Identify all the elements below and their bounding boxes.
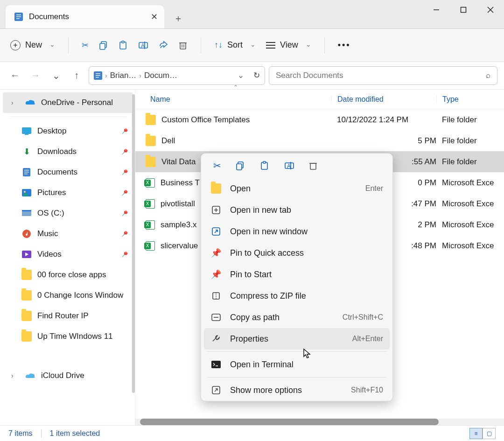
search-icon[interactable]: ⌕	[486, 71, 490, 80]
sidebar-item-folder[interactable]: Up Time WIndows 11	[13, 326, 133, 347]
rename-icon[interactable]: A	[284, 161, 295, 170]
recent-button[interactable]: ⌄	[48, 67, 64, 84]
close-tab-icon[interactable]: ✕	[151, 12, 158, 22]
file-type: File folder	[442, 157, 477, 166]
ctx-properties[interactable]: PropertiesAlt+Enter	[204, 328, 390, 350]
thumbnails-view-button[interactable]: ▢	[483, 428, 496, 439]
ctx-pin-quick-access[interactable]: 📌Pin to Quick access	[201, 242, 392, 264]
trash-icon	[178, 41, 188, 50]
tab-title: Documents	[29, 12, 69, 21]
details-view-button[interactable]: ≡	[469, 428, 483, 439]
ctx-open[interactable]: OpenEnter	[201, 178, 392, 199]
svg-rect-31	[24, 174, 28, 174]
new-button[interactable]: + New	[10, 40, 55, 50]
rename-icon: A	[138, 41, 148, 50]
ctx-copy-path[interactable]: Copy as pathCtrl+Shift+C	[201, 307, 392, 328]
path-icon	[210, 312, 222, 323]
file-name: Dell	[161, 136, 175, 146]
view-icon	[266, 42, 275, 49]
ctx-open-new-tab[interactable]: Open in new tab	[201, 199, 392, 221]
share-button[interactable]	[159, 41, 168, 50]
pin-icon: 📍	[119, 167, 130, 177]
maximize-button[interactable]	[450, 0, 477, 20]
copy-icon	[99, 41, 108, 50]
new-tab-button[interactable]: ＋	[168, 8, 189, 28]
file-row[interactable]: Custom Office Templates 10/12/2022 1:24 …	[135, 109, 504, 130]
ctx-show-more[interactable]: Show more optionsShift+F10	[201, 379, 392, 401]
crumb-segment[interactable]: Brian…	[110, 71, 137, 80]
sort-button[interactable]: ↑↓Sort	[214, 40, 256, 50]
more-button[interactable]: •••	[338, 40, 351, 50]
search-box[interactable]: ⌕	[269, 66, 497, 85]
minimize-button[interactable]	[423, 0, 450, 20]
sidebar-item-folder[interactable]: 00 force close apps	[13, 265, 133, 285]
sidebar-item-downloads[interactable]: ⬇Downloads📍	[13, 141, 133, 162]
ctx-open-new-window[interactable]: Open in new window	[201, 221, 392, 242]
breadcrumb[interactable]: › Brian… › Docum… ⌄ ↻	[89, 66, 265, 85]
close-window-button[interactable]	[477, 0, 504, 20]
sidebar-item-icloud[interactable]: › iCloud Drive	[3, 365, 133, 386]
file-name: Vital Data	[161, 157, 196, 167]
pin-icon: 📍	[119, 208, 130, 218]
rename-button[interactable]: A	[138, 41, 148, 50]
documents-icon	[94, 71, 102, 80]
new-label: New	[25, 40, 42, 50]
ctx-pin-start[interactable]: 📌Pin to Start	[201, 264, 392, 285]
terminal-icon	[210, 359, 222, 370]
sidebar-item-label: iCloud Drive	[41, 371, 84, 380]
svg-rect-2	[16, 16, 21, 17]
paste-button[interactable]	[119, 41, 128, 50]
paste-icon[interactable]	[260, 161, 271, 170]
sidebar-item-label: OS (C:)	[37, 209, 64, 218]
zip-icon	[210, 290, 222, 301]
search-input[interactable]	[276, 71, 486, 80]
folder-icon	[146, 157, 156, 167]
context-menu: ✂ A OpenEnter Open in new tab Open in ne…	[201, 153, 393, 401]
crumb-segment[interactable]: Docum…	[144, 71, 177, 80]
chevron-right-icon[interactable]: ›	[11, 372, 20, 379]
sidebar-item-music[interactable]: Music📍	[13, 224, 133, 244]
copy-button[interactable]	[99, 41, 108, 50]
svg-rect-9	[100, 43, 105, 49]
sidebar-item-label: Up Time WIndows 11	[37, 332, 113, 341]
file-type: File folder	[442, 115, 477, 124]
svg-rect-15	[180, 43, 186, 49]
column-date[interactable]: Date modified	[331, 95, 436, 104]
excel-icon	[146, 241, 155, 251]
sidebar-item-videos[interactable]: Videos📍	[13, 244, 133, 265]
chevron-right-icon[interactable]: ›	[11, 99, 20, 106]
chevron-right-icon: ›	[139, 72, 141, 79]
scrollbar-thumb[interactable]	[140, 419, 439, 425]
item-count: 7 items	[8, 429, 33, 438]
file-type: Microsoft Exce	[442, 220, 494, 229]
sidebar-item-desktop[interactable]: Desktop📍	[13, 121, 133, 141]
sidebar-item-pictures[interactable]: Pictures📍	[13, 182, 133, 203]
tab-documents[interactable]: Documents ✕	[6, 5, 164, 28]
delete-icon[interactable]	[308, 161, 320, 170]
delete-button[interactable]	[178, 41, 188, 50]
view-button[interactable]: View	[266, 40, 311, 50]
column-type[interactable]: Type	[436, 95, 504, 104]
column-name[interactable]: Name	[135, 95, 331, 104]
ctx-open-terminal[interactable]: Open in Terminal	[201, 354, 392, 375]
cut-button[interactable]: ✂	[82, 40, 89, 50]
sort-indicator-icon: ⌃	[233, 84, 238, 91]
copy-icon[interactable]	[236, 161, 247, 170]
ctx-compress-zip[interactable]: Compress to ZIP file	[201, 285, 392, 307]
svg-rect-5	[461, 7, 466, 13]
sidebar-item-documents[interactable]: Documents📍	[13, 162, 133, 182]
back-button[interactable]: ←	[7, 67, 23, 84]
sidebar-item-folder[interactable]: 0 Change Icons Window	[13, 285, 133, 306]
sidebar-item-osc[interactable]: OS (C:)📍	[13, 203, 133, 224]
sidebar-item-onedrive[interactable]: › OneDrive - Personal	[3, 92, 133, 113]
up-button[interactable]: ↑	[68, 67, 85, 84]
cut-icon[interactable]: ✂	[211, 160, 223, 171]
file-date: 5 PM	[337, 136, 436, 146]
chevron-down-icon[interactable]: ⌄	[238, 70, 244, 80]
refresh-button[interactable]: ↻	[253, 70, 260, 80]
forward-button[interactable]: →	[27, 67, 44, 84]
svg-rect-27	[25, 134, 28, 135]
horizontal-scrollbar[interactable]	[135, 419, 504, 425]
file-row[interactable]: Dell 5 PM File folder	[135, 130, 504, 151]
sidebar-item-folder[interactable]: Find Router IP	[13, 306, 133, 326]
